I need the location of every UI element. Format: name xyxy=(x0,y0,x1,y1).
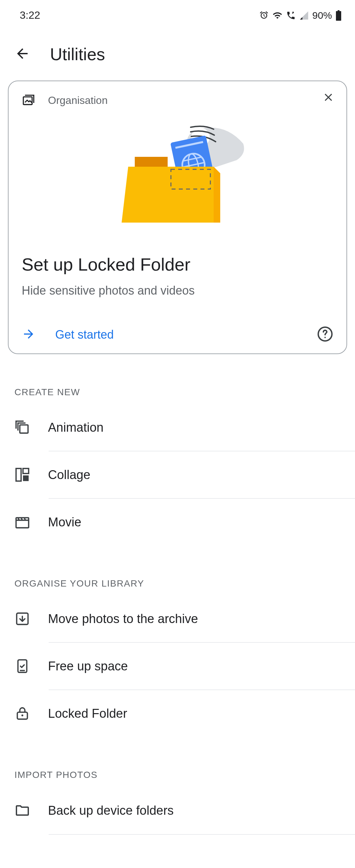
section-header-create-new: CREATE NEW xyxy=(0,354,355,404)
svg-point-12 xyxy=(324,337,326,338)
status-icons: 90% xyxy=(259,10,342,21)
app-header: Utilities xyxy=(0,25,355,81)
backup-device-folders-item[interactable]: Back up device folders xyxy=(0,787,355,834)
status-time: 3:22 xyxy=(20,9,40,21)
battery-percent: 90% xyxy=(312,10,332,21)
wifi-icon xyxy=(272,10,283,20)
list-item-label: Move photos to the archive xyxy=(48,612,198,626)
svg-rect-15 xyxy=(23,468,29,473)
arrow-right-icon xyxy=(22,327,35,342)
photos-category-icon xyxy=(22,93,35,107)
get-started-button[interactable]: Get started xyxy=(22,327,114,342)
list-item-label: Movie xyxy=(48,515,81,529)
free-up-space-icon xyxy=(14,658,30,674)
svg-rect-16 xyxy=(23,475,29,481)
status-bar: 3:22 90% xyxy=(0,0,355,25)
free-up-space-item[interactable]: Free up space xyxy=(0,643,355,689)
locked-folder-promo-card: Organisation xyxy=(8,81,347,354)
create-collage-item[interactable]: Collage xyxy=(0,452,355,498)
list-item-label: Collage xyxy=(48,468,90,482)
call-wifi-icon xyxy=(286,10,296,20)
signal-icon xyxy=(299,10,309,20)
back-button[interactable] xyxy=(14,46,30,63)
svg-rect-13 xyxy=(20,425,28,433)
archive-icon xyxy=(14,611,30,626)
page-title: Utilities xyxy=(50,44,105,64)
divider xyxy=(49,834,355,835)
collage-icon xyxy=(14,467,30,482)
movie-icon xyxy=(14,515,30,530)
archive-item[interactable]: Move photos to the archive xyxy=(0,595,355,642)
promo-illustration xyxy=(22,107,333,248)
dismiss-promo-button[interactable] xyxy=(322,91,334,105)
animation-icon xyxy=(14,420,30,435)
svg-point-22 xyxy=(21,714,23,716)
help-button[interactable] xyxy=(317,326,333,344)
create-movie-item[interactable]: Movie xyxy=(0,499,355,546)
list-item-label: Animation xyxy=(48,421,103,435)
promo-category-label: Organisation xyxy=(48,94,107,106)
folder-icon xyxy=(14,803,30,818)
promo-title: Set up Locked Folder xyxy=(22,254,333,275)
lock-icon xyxy=(14,706,30,721)
list-item-label: Locked Folder xyxy=(48,707,127,721)
cta-label: Get started xyxy=(55,328,114,342)
locked-folder-item[interactable]: Locked Folder xyxy=(0,690,355,737)
create-animation-item[interactable]: Animation xyxy=(0,404,355,451)
svg-rect-14 xyxy=(16,468,21,481)
promo-subtitle: Hide sensitive photos and videos xyxy=(22,284,333,298)
section-header-import: IMPORT PHOTOS xyxy=(0,737,355,787)
battery-icon xyxy=(335,10,342,21)
list-item-label: Free up space xyxy=(48,659,128,673)
list-item-label: Back up device folders xyxy=(48,804,173,818)
alarm-icon xyxy=(259,10,269,20)
section-header-organise: ORGANISE YOUR LIBRARY xyxy=(0,546,355,595)
